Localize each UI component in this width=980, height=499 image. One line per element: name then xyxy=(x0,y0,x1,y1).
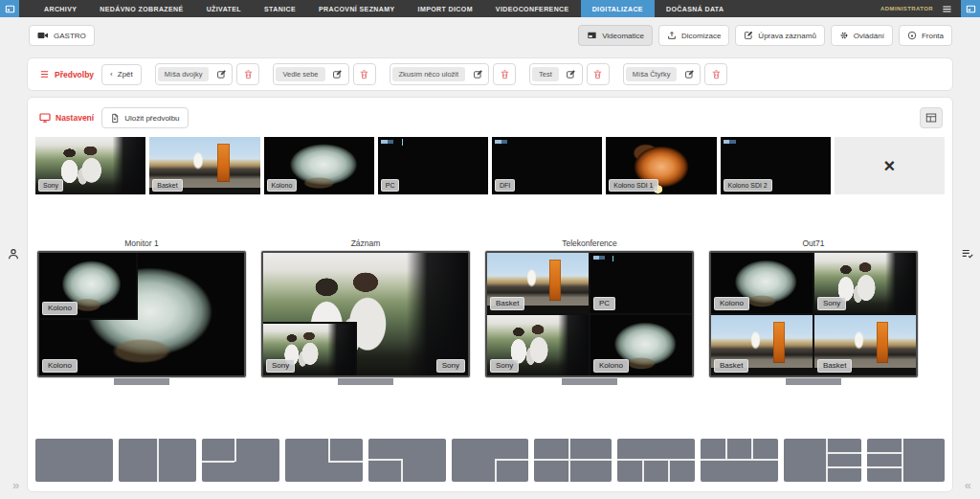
collapse-right-panel-icon[interactable]: « xyxy=(965,479,971,491)
grid-cell[interactable]: Sony xyxy=(487,315,589,375)
layout-tile-one-left-three-right[interactable] xyxy=(784,439,861,482)
monitor-block-zaznam: Záznam Sony Sony xyxy=(261,238,470,385)
layout-tile-pip-top-right[interactable] xyxy=(285,439,363,482)
edit-icon xyxy=(566,69,576,79)
grid-cell[interactable]: Basket xyxy=(487,253,589,313)
nav-item-nedavno-zobrazene[interactable]: NEDÁVNO ZOBRAZENÉ xyxy=(88,0,194,17)
edit-preset-button[interactable] xyxy=(212,67,230,82)
layout-tile-pip-top-left[interactable] xyxy=(202,439,279,482)
upload-icon xyxy=(667,31,677,40)
edit-preset-button[interactable] xyxy=(680,67,698,82)
layout-tile-single[interactable] xyxy=(35,439,113,482)
edit-preset-button[interactable] xyxy=(329,67,346,82)
grid-cell[interactable]: Kolono xyxy=(711,253,813,313)
preset-name[interactable]: Zkusím něco uložit xyxy=(392,67,466,81)
grid-cell[interactable]: Sony xyxy=(814,253,916,313)
videomatice-button[interactable]: Videomatice xyxy=(578,25,653,46)
nav-item-pracovni-seznamy[interactable]: PRACOVNÍ SEZNAMY xyxy=(307,0,407,17)
app-logo-button[interactable] xyxy=(0,0,19,17)
pip-window[interactable]: Sony xyxy=(263,322,357,375)
close-icon: × xyxy=(884,156,896,175)
source-thumb-dfi[interactable]: DFI xyxy=(492,137,602,194)
monitor-title: Monitor 1 xyxy=(37,238,246,248)
layout-tile-grid-2x2[interactable] xyxy=(534,439,612,482)
layout-picker-button[interactable] xyxy=(920,107,943,128)
trash-icon xyxy=(500,69,510,79)
nav-item-digitalizace[interactable]: DIGITALIZACE xyxy=(581,0,655,17)
trash-icon xyxy=(592,69,603,79)
layout-tile-split-vertical[interactable] xyxy=(119,439,196,482)
source-thumb-kolono[interactable]: Kolono xyxy=(264,137,374,194)
hamburger-menu-icon[interactable] xyxy=(942,4,952,14)
nav-item-docasna-data[interactable]: DOČASNÁ DATA xyxy=(655,0,736,17)
gastro-label: GASTRO xyxy=(54,32,86,40)
presets-title: Předvolby xyxy=(39,69,94,79)
preset-item: Míša dvojky xyxy=(155,63,260,85)
monitor-screen[interactable]: Basket PC Sony Kolono xyxy=(485,251,694,377)
cell-label: Basket xyxy=(817,359,852,373)
user-panel-icon[interactable] xyxy=(7,247,20,261)
nav-item-archivy[interactable]: ARCHIVY xyxy=(33,0,88,17)
dicomizace-button[interactable]: Dicomizace xyxy=(658,25,729,46)
back-button[interactable]: ‹ Zpět xyxy=(101,64,142,85)
layout-tile-pip-bottom-right[interactable] xyxy=(452,439,529,482)
preset-item: Míša Čtyřky xyxy=(623,63,728,85)
source-thumb-basket[interactable]: Basket xyxy=(149,137,259,194)
nav-item-import-dicom[interactable]: IMPORT DICOM xyxy=(407,0,484,17)
grid-cell[interactable]: Basket xyxy=(814,315,916,375)
delete-preset-button[interactable] xyxy=(493,63,516,85)
monitor-screen[interactable]: Sony Sony xyxy=(261,251,470,377)
layout-grid-icon xyxy=(925,112,937,124)
grid-cell[interactable]: Kolono xyxy=(590,315,692,375)
nav-item-videoconference[interactable]: VIDEOCONFERENCE xyxy=(484,0,581,17)
layout-tile-three-top-one-bottom[interactable] xyxy=(701,439,778,482)
camera-icon xyxy=(37,31,49,40)
chevron-left-icon: ‹ xyxy=(110,70,113,79)
layout-tile-three-left-one-right[interactable] xyxy=(867,439,945,482)
nav-item-uzivatel[interactable]: UŽIVATEL xyxy=(195,0,253,17)
save-preset-button[interactable]: Uložit předvolbu xyxy=(101,107,188,128)
source-thumb-kolono-sdi-1[interactable]: Kolono SDI 1 xyxy=(606,137,716,194)
layout-tile-pip-bottom-left[interactable] xyxy=(368,439,446,482)
grid-cell[interactable]: PC xyxy=(590,253,692,313)
cell-label: Sony xyxy=(490,359,519,373)
cell-label: Kolono xyxy=(42,302,78,315)
ovladani-button[interactable]: Ovládání xyxy=(831,25,893,46)
app-shortcut-button[interactable] xyxy=(961,0,980,17)
delete-preset-button[interactable] xyxy=(236,63,259,85)
source-label: Kolono xyxy=(267,179,298,192)
preset-name[interactable]: Test xyxy=(532,67,559,81)
edit-preset-button[interactable] xyxy=(563,67,580,82)
monitor-screen[interactable]: Kolono Kolono xyxy=(37,251,246,377)
cell-label: Kolono xyxy=(714,297,749,310)
source-thumb-pc[interactable]: PC xyxy=(378,137,488,194)
source-label: DFI xyxy=(495,179,515,192)
layout-tile-one-top-three-bottom[interactable] xyxy=(617,439,695,482)
gastro-button[interactable]: GASTRO xyxy=(29,25,95,46)
edit-preset-button[interactable] xyxy=(469,67,486,82)
nav-item-stanice[interactable]: STANICE xyxy=(253,0,307,17)
delete-preset-button[interactable] xyxy=(704,63,727,85)
source-label: PC xyxy=(381,179,400,192)
presets-bar: Předvolby ‹ Zpět Míša dvojky Vedle sebe … xyxy=(27,57,953,91)
source-thumb-sony[interactable]: Sony xyxy=(35,137,145,194)
uprava-zaznamu-button[interactable]: Úprava záznamů xyxy=(735,25,824,46)
expand-left-panel-icon[interactable]: » xyxy=(12,479,19,491)
monitor-screen[interactable]: Kolono Sony Basket Basket xyxy=(709,251,918,377)
gear-icon xyxy=(839,31,849,40)
grid-cell[interactable]: Basket xyxy=(711,315,813,375)
preset-name[interactable]: Míša Čtyřky xyxy=(626,67,678,81)
delete-preset-button[interactable] xyxy=(353,63,376,85)
cell-label: Sony xyxy=(817,297,846,310)
settings-title: Nastavení xyxy=(39,112,94,124)
fronta-button[interactable]: Fronta xyxy=(899,25,952,46)
preset-name[interactable]: Vedle sebe xyxy=(276,67,324,81)
task-list-icon[interactable] xyxy=(961,247,974,261)
clear-source-tile[interactable]: × xyxy=(835,137,945,194)
user-role-label: ADMINISTRATOR xyxy=(880,6,933,11)
pip-window[interactable]: Kolono xyxy=(39,253,138,320)
edit-icon xyxy=(216,69,227,79)
delete-preset-button[interactable] xyxy=(587,63,610,85)
source-thumb-kolono-sdi-2[interactable]: Kolono SDI 2 xyxy=(721,137,831,194)
preset-name[interactable]: Míša dvojky xyxy=(158,67,210,81)
